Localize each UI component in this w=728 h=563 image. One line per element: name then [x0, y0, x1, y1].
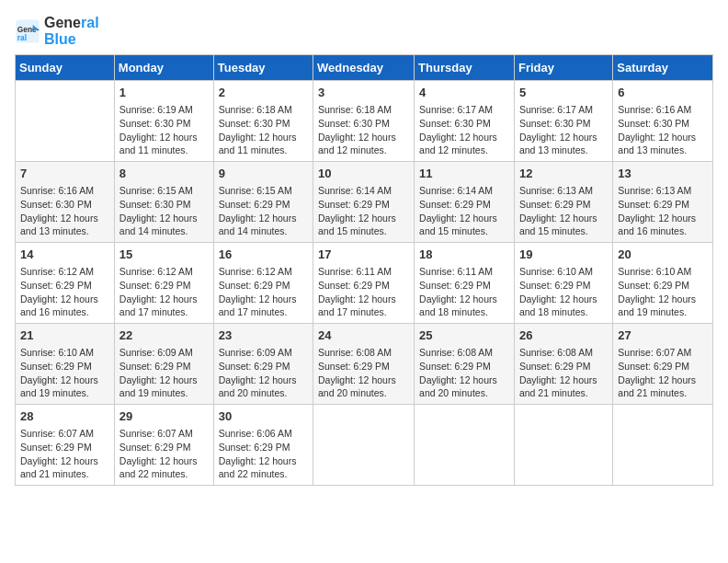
calendar-cell: 23Sunrise: 6:09 AMSunset: 6:29 PMDayligh… — [213, 324, 313, 405]
day-number: 19 — [519, 247, 608, 263]
calendar-cell: 9Sunrise: 6:15 AMSunset: 6:29 PMDaylight… — [213, 162, 313, 243]
calendar-cell: 8Sunrise: 6:15 AMSunset: 6:30 PMDaylight… — [114, 162, 213, 243]
day-content: Sunrise: 6:09 AMSunset: 6:29 PMDaylight:… — [219, 346, 308, 400]
calendar-cell: 20Sunrise: 6:10 AMSunset: 6:29 PMDayligh… — [613, 243, 713, 324]
day-content: Sunrise: 6:07 AMSunset: 6:29 PMDaylight:… — [618, 346, 708, 400]
day-content: Sunrise: 6:08 AMSunset: 6:29 PMDaylight:… — [519, 346, 608, 400]
day-content: Sunrise: 6:16 AMSunset: 6:30 PMDaylight:… — [618, 103, 708, 157]
column-header-sunday: Sunday — [16, 55, 115, 81]
day-content: Sunrise: 6:12 AMSunset: 6:29 PMDaylight:… — [119, 265, 209, 319]
calendar-cell: 17Sunrise: 6:11 AMSunset: 6:29 PMDayligh… — [313, 243, 415, 324]
day-number: 3 — [318, 85, 409, 101]
day-number: 9 — [219, 166, 308, 182]
day-number: 28 — [20, 408, 109, 425]
day-number: 21 — [20, 327, 109, 344]
day-number: 11 — [419, 166, 509, 182]
day-number: 29 — [119, 408, 209, 425]
calendar-cell: 28Sunrise: 6:07 AMSunset: 6:29 PMDayligh… — [16, 404, 115, 485]
day-content: Sunrise: 6:16 AMSunset: 6:30 PMDaylight:… — [20, 184, 109, 238]
column-header-friday: Friday — [514, 55, 612, 81]
logo-text-blue: Blue — [44, 31, 99, 48]
day-number: 1 — [119, 85, 209, 101]
calendar-cell: 14Sunrise: 6:12 AMSunset: 6:29 PMDayligh… — [16, 243, 115, 324]
calendar-cell: 15Sunrise: 6:12 AMSunset: 6:29 PMDayligh… — [114, 243, 213, 324]
day-number: 17 — [318, 247, 409, 263]
column-header-saturday: Saturday — [613, 55, 713, 81]
column-header-monday: Monday — [114, 55, 213, 81]
calendar-cell: 5Sunrise: 6:17 AMSunset: 6:30 PMDaylight… — [514, 81, 612, 162]
day-content: Sunrise: 6:15 AMSunset: 6:30 PMDaylight:… — [119, 184, 209, 238]
day-content: Sunrise: 6:13 AMSunset: 6:29 PMDaylight:… — [618, 184, 708, 238]
day-content: Sunrise: 6:10 AMSunset: 6:29 PMDaylight:… — [618, 265, 708, 319]
day-content: Sunrise: 6:06 AMSunset: 6:29 PMDaylight:… — [219, 427, 308, 481]
column-header-thursday: Thursday — [415, 55, 515, 81]
svg-text:ral: ral — [17, 32, 27, 41]
day-content: Sunrise: 6:12 AMSunset: 6:29 PMDaylight:… — [219, 265, 308, 319]
day-content: Sunrise: 6:14 AMSunset: 6:29 PMDaylight:… — [419, 184, 509, 238]
day-content: Sunrise: 6:18 AMSunset: 6:30 PMDaylight:… — [219, 103, 308, 157]
calendar-header: SundayMondayTuesdayWednesdayThursdayFrid… — [16, 55, 713, 81]
day-number: 15 — [119, 247, 209, 263]
calendar-cell: 11Sunrise: 6:14 AMSunset: 6:29 PMDayligh… — [415, 162, 515, 243]
calendar-cell: 18Sunrise: 6:11 AMSunset: 6:29 PMDayligh… — [415, 243, 515, 324]
calendar-cell — [514, 404, 612, 485]
day-number: 2 — [219, 85, 308, 101]
week-row-3: 14Sunrise: 6:12 AMSunset: 6:29 PMDayligh… — [16, 243, 713, 324]
day-number: 23 — [219, 327, 308, 344]
calendar-cell — [313, 404, 415, 485]
day-number: 12 — [519, 166, 608, 182]
day-content: Sunrise: 6:18 AMSunset: 6:30 PMDaylight:… — [318, 103, 409, 157]
calendar-cell: 30Sunrise: 6:06 AMSunset: 6:29 PMDayligh… — [213, 404, 313, 485]
calendar-cell: 3Sunrise: 6:18 AMSunset: 6:30 PMDaylight… — [313, 81, 415, 162]
day-content: Sunrise: 6:19 AMSunset: 6:30 PMDaylight:… — [119, 103, 209, 157]
week-row-5: 28Sunrise: 6:07 AMSunset: 6:29 PMDayligh… — [16, 404, 713, 485]
day-content: Sunrise: 6:09 AMSunset: 6:29 PMDaylight:… — [119, 346, 209, 400]
page-header: Gene- ral General Blue — [15, 15, 713, 47]
day-number: 27 — [618, 327, 708, 344]
column-header-tuesday: Tuesday — [213, 55, 313, 81]
calendar-cell: 16Sunrise: 6:12 AMSunset: 6:29 PMDayligh… — [213, 243, 313, 324]
calendar-cell: 19Sunrise: 6:10 AMSunset: 6:29 PMDayligh… — [514, 243, 612, 324]
day-content: Sunrise: 6:08 AMSunset: 6:29 PMDaylight:… — [419, 346, 509, 400]
calendar-cell: 29Sunrise: 6:07 AMSunset: 6:29 PMDayligh… — [114, 404, 213, 485]
day-number: 13 — [618, 166, 708, 182]
day-number: 22 — [119, 327, 209, 344]
calendar-cell: 22Sunrise: 6:09 AMSunset: 6:29 PMDayligh… — [114, 324, 213, 405]
day-number: 14 — [20, 247, 109, 263]
calendar-cell: 1Sunrise: 6:19 AMSunset: 6:30 PMDaylight… — [114, 81, 213, 162]
calendar-cell: 2Sunrise: 6:18 AMSunset: 6:30 PMDaylight… — [213, 81, 313, 162]
calendar-cell: 25Sunrise: 6:08 AMSunset: 6:29 PMDayligh… — [415, 324, 515, 405]
day-number: 4 — [419, 85, 509, 101]
day-content: Sunrise: 6:08 AMSunset: 6:29 PMDaylight:… — [318, 346, 409, 400]
calendar-cell: 13Sunrise: 6:13 AMSunset: 6:29 PMDayligh… — [613, 162, 713, 243]
day-number: 16 — [219, 247, 308, 263]
day-number: 25 — [419, 327, 509, 344]
day-content: Sunrise: 6:15 AMSunset: 6:29 PMDaylight:… — [219, 184, 308, 238]
day-content: Sunrise: 6:17 AMSunset: 6:30 PMDaylight:… — [519, 103, 608, 157]
day-content: Sunrise: 6:10 AMSunset: 6:29 PMDaylight:… — [519, 265, 608, 319]
day-number: 30 — [219, 408, 308, 425]
logo-icon: Gene- ral — [15, 18, 40, 44]
calendar-cell — [16, 81, 115, 162]
day-content: Sunrise: 6:07 AMSunset: 6:29 PMDaylight:… — [20, 427, 109, 481]
day-content: Sunrise: 6:14 AMSunset: 6:29 PMDaylight:… — [318, 184, 409, 238]
day-number: 6 — [618, 85, 708, 101]
day-content: Sunrise: 6:17 AMSunset: 6:30 PMDaylight:… — [419, 103, 509, 157]
day-content: Sunrise: 6:11 AMSunset: 6:29 PMDaylight:… — [419, 265, 509, 319]
day-number: 7 — [20, 166, 109, 182]
week-row-2: 7Sunrise: 6:16 AMSunset: 6:30 PMDaylight… — [16, 162, 713, 243]
calendar-cell: 7Sunrise: 6:16 AMSunset: 6:30 PMDaylight… — [16, 162, 115, 243]
day-content: Sunrise: 6:11 AMSunset: 6:29 PMDaylight:… — [318, 265, 409, 319]
calendar-cell: 10Sunrise: 6:14 AMSunset: 6:29 PMDayligh… — [313, 162, 415, 243]
day-number: 18 — [419, 247, 509, 263]
logo: Gene- ral General Blue — [15, 15, 99, 47]
day-number: 8 — [119, 166, 209, 182]
calendar-cell: 12Sunrise: 6:13 AMSunset: 6:29 PMDayligh… — [514, 162, 612, 243]
week-row-1: 1Sunrise: 6:19 AMSunset: 6:30 PMDaylight… — [16, 81, 713, 162]
calendar-cell — [613, 404, 713, 485]
calendar-cell: 26Sunrise: 6:08 AMSunset: 6:29 PMDayligh… — [514, 324, 612, 405]
calendar-cell: 4Sunrise: 6:17 AMSunset: 6:30 PMDaylight… — [415, 81, 515, 162]
calendar-cell — [415, 404, 515, 485]
day-content: Sunrise: 6:07 AMSunset: 6:29 PMDaylight:… — [119, 427, 209, 481]
day-number: 5 — [519, 85, 608, 101]
